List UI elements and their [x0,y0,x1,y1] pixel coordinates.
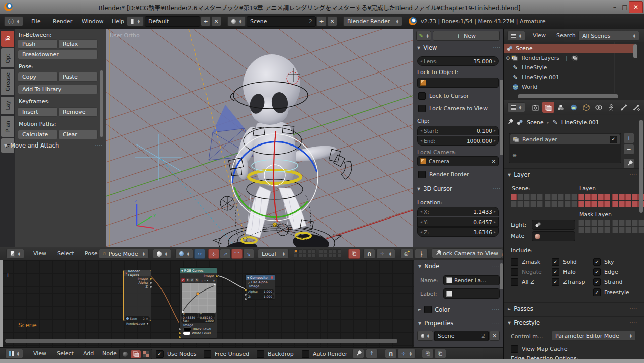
translate-manipulator-button[interactable]: ⊹ [208,249,219,259]
render-engine-select[interactable]: Blender Render▲▼ [343,16,403,26]
scene-icon[interactable]: ▲▼ [227,16,246,26]
backdrop-checkbox[interactable]: ✓Backdrop [257,350,294,358]
screen-layout-field[interactable]: Default [145,16,200,27]
empty-axes-object[interactable] [135,134,182,181]
composite-z-field[interactable]: Z:1.000 [247,294,274,299]
local-camera-field[interactable]: Camera ✕ [417,156,499,166]
node-layer-field[interactable]: RenderLayer ▾ [125,321,150,326]
armature-tab-icon[interactable] [605,102,617,113]
outliner-item-linestyle[interactable]: ✎ LineStyle [504,63,640,72]
rotate-manipulator-button[interactable]: ↗ [220,249,231,259]
breadcrumb-linestyle[interactable]: LineStyle.001 [561,119,599,126]
render-border-checkbox[interactable]: ✓Render Border [418,171,469,178]
menu-render[interactable]: Render [48,18,77,25]
outliner-body[interactable]: Scene ⊕ RenderLayers | ✎ LineStyle ✎ Lin… [504,42,644,100]
opengl-render-image-button[interactable]: ⎙✦ [400,249,414,259]
curve-add-icon[interactable]: + [201,279,203,282]
node-menu-node[interactable]: Node [97,350,122,357]
halo-checkbox[interactable]: ✓Halo [552,268,576,276]
panel-grip-icon[interactable]: ···· [493,186,501,191]
minimize-button[interactable]: – [609,2,621,12]
unlink-scene-button[interactable]: ✕ [489,331,500,341]
transform-orientation-select[interactable]: Local▲▼ [258,249,289,259]
properties-scrollbar[interactable] [639,120,643,213]
curves-input-image[interactable]: Image [180,323,217,327]
color-panel-header[interactable]: ► ✓ Color ···· [418,306,500,313]
cursor-y-field[interactable]: ◂Y: -0.6457▸ [417,217,499,227]
node-n-panel-scrollbar[interactable] [500,263,503,289]
editor-type-button-outliner[interactable]: ▲▼ [507,31,525,41]
tool-shelf-scrollbar[interactable] [100,70,103,137]
output-alpha[interactable]: Alpha [124,281,148,285]
object-tab-icon[interactable] [580,102,592,113]
texture-nodes-button[interactable] [141,350,151,358]
panel-grip-icon[interactable]: ···· [493,45,501,50]
clear-camera-icon[interactable]: ✕ [491,158,496,164]
composite-node[interactable]: ▼Composite ✓Use Alpha Image Alpha:1.000 … [245,274,275,300]
clip-start-field[interactable]: ◂Start: 0.100▸ [417,126,499,135]
relax-button[interactable]: Relax [58,39,98,49]
panel-grip-icon[interactable]: ···· [630,306,637,311]
maximize-button[interactable]: □ [620,2,630,12]
menu-help[interactable]: Help [107,18,129,25]
add-handle-icon[interactable]: ⊕ [512,152,517,159]
shader-nodes-button[interactable] [120,350,130,358]
editor-type-button-3d[interactable]: ▲▼ [6,249,24,259]
scene-layer-grid-a[interactable] [511,194,543,207]
tab-layers[interactable]: Lay [1,97,14,114]
view-menu-node[interactable]: View [28,350,51,357]
outliner-hscrollbar[interactable] [518,94,618,98]
sky-checkbox[interactable]: ✓Sky [593,258,614,266]
outliner-filter-select[interactable]: All Scenes▲▼ [578,31,639,41]
node-scene-name-field[interactable]: Scene2 [434,331,489,341]
push-button[interactable]: Push [18,39,58,49]
insert-keyframe-button[interactable]: Insert [18,107,58,117]
tab-options[interactable]: Opti [1,48,14,67]
remove-keyframe-button[interactable]: Remove [58,107,98,117]
freestyle-checkbox[interactable]: ✓Freestyle [593,288,629,296]
curve-y-value[interactable]: Y: 0.66250 [199,313,216,318]
curve-del-icon[interactable]: − [204,279,206,282]
copy-nodes-button[interactable]: ⎘ [422,349,434,358]
world-tab-icon[interactable] [568,102,580,113]
outliner-item-world[interactable]: World [504,82,640,92]
curve-widget[interactable] [182,283,216,313]
node-name-field[interactable]: Render La... [443,275,500,285]
zmask-checkbox[interactable]: ✓Zmask [511,258,540,266]
color-enable-checkbox[interactable]: ✓ [424,306,432,313]
properties-panel-header[interactable]: ▼Properties ···· [418,320,500,327]
editor-type-button-properties[interactable]: ▲▼ [507,102,525,112]
scene-tab-icon[interactable] [555,102,567,113]
menu-file[interactable]: File [26,18,45,25]
go-to-parent-button[interactable]: ↑ [366,349,378,358]
channel-r-button[interactable]: R [186,278,190,282]
clear-paths-button[interactable]: Clear [58,130,98,139]
curve-x-value[interactable]: X: 0.48889 [181,313,198,318]
remove-render-layer-button[interactable]: − [623,144,634,155]
layer-grid-a[interactable] [578,194,610,207]
cursor-panel-header[interactable]: ▼3D Cursor ···· [417,185,501,192]
curve-tools-icon[interactable]: • [207,279,209,282]
n-panel-scrollbar[interactable] [500,80,503,155]
compositing-nodes-button[interactable] [131,350,141,358]
breakdowner-button[interactable]: Breakdowner [18,50,98,59]
outliner-item-scene[interactable]: Scene [504,44,634,53]
lock-to-scene-button[interactable]: ⎗ [348,249,360,259]
lock-camera-to-view-checkbox[interactable]: ✓Lock Camera to View [418,105,488,112]
lens-field[interactable]: ◂Lens: 35.000▸ [417,56,499,66]
control-mode-select[interactable]: Parameter Editor Mode▲▼ [551,331,636,341]
opengl-render-anim-button[interactable]: ⎬ [415,249,428,259]
character-mesh[interactable] [222,54,338,247]
panel-grip-icon[interactable]: ···· [630,172,637,177]
add-to-library-button[interactable]: Add To Library [18,85,98,94]
edge-checkbox[interactable]: ✓Edge [593,268,618,276]
add-scene-button[interactable]: + [316,16,327,26]
render-layer-list-item[interactable]: RenderLayer ✓ [510,134,620,144]
lock-object-field[interactable] [417,78,499,88]
viewport-canvas[interactable]: z y x [106,29,413,247]
editor-type-button-info[interactable]: ⓘ▲▼ [4,16,23,26]
outliner-vscrollbar[interactable] [633,44,637,58]
pin-node-tree-button[interactable] [352,349,364,358]
rgb-curves-node[interactable]: ▼RGB Curves Image C R G B + − • ✕ X: 0.4… [179,267,217,339]
render-layers-tab-icon[interactable] [542,102,554,113]
